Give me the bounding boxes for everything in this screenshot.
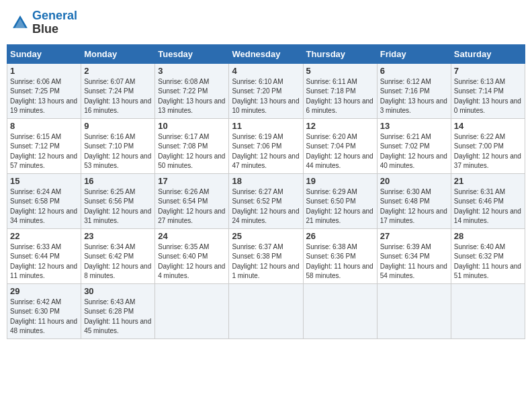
calendar-cell: 29 Sunrise: 6:42 AMSunset: 6:30 PMDaylig… bbox=[7, 283, 81, 338]
day-number: 30 bbox=[84, 286, 152, 296]
calendar-cell: 21 Sunrise: 6:31 AMSunset: 6:46 PMDaylig… bbox=[451, 173, 525, 228]
weekday-header-friday: Friday bbox=[377, 44, 451, 63]
day-number: 17 bbox=[158, 176, 226, 186]
day-number: 24 bbox=[158, 231, 226, 241]
calendar-cell: 22 Sunrise: 6:33 AMSunset: 6:44 PMDaylig… bbox=[7, 228, 81, 283]
day-number: 20 bbox=[380, 176, 448, 186]
calendar-cell: 25 Sunrise: 6:37 AMSunset: 6:38 PMDaylig… bbox=[229, 228, 303, 283]
calendar-table: SundayMondayTuesdayWednesdayThursdayFrid… bbox=[7, 44, 525, 339]
calendar-cell: 12 Sunrise: 6:20 AMSunset: 7:04 PMDaylig… bbox=[303, 118, 377, 173]
calendar-cell: 28 Sunrise: 6:40 AMSunset: 6:32 PMDaylig… bbox=[451, 228, 525, 283]
calendar-cell: 6 Sunrise: 6:12 AMSunset: 7:16 PMDayligh… bbox=[377, 63, 451, 118]
calendar-cell: 27 Sunrise: 6:39 AMSunset: 6:34 PMDaylig… bbox=[377, 228, 451, 283]
day-number: 18 bbox=[232, 176, 300, 186]
day-detail: Sunrise: 6:10 AMSunset: 7:20 PMDaylight:… bbox=[232, 78, 299, 115]
calendar-cell: 30 Sunrise: 6:43 AMSunset: 6:28 PMDaylig… bbox=[81, 283, 155, 338]
calendar-cell: 1 Sunrise: 6:06 AMSunset: 7:25 PMDayligh… bbox=[7, 63, 81, 118]
day-number: 16 bbox=[84, 176, 152, 186]
day-detail: Sunrise: 6:15 AMSunset: 7:12 PMDaylight:… bbox=[10, 133, 77, 170]
day-number: 10 bbox=[158, 121, 226, 131]
day-number: 25 bbox=[232, 231, 300, 241]
day-number: 28 bbox=[454, 231, 522, 241]
calendar-cell: 8 Sunrise: 6:15 AMSunset: 7:12 PMDayligh… bbox=[7, 118, 81, 173]
day-number: 26 bbox=[306, 231, 374, 241]
calendar-cell: 3 Sunrise: 6:08 AMSunset: 7:22 PMDayligh… bbox=[155, 63, 229, 118]
calendar-cell: 2 Sunrise: 6:07 AMSunset: 7:24 PMDayligh… bbox=[81, 63, 155, 118]
page-header: GeneralBlue bbox=[7, 7, 525, 39]
day-number: 1 bbox=[10, 66, 78, 76]
calendar-cell: 15 Sunrise: 6:24 AMSunset: 6:58 PMDaylig… bbox=[7, 173, 81, 228]
day-detail: Sunrise: 6:34 AMSunset: 6:42 PMDaylight:… bbox=[84, 243, 151, 280]
day-detail: Sunrise: 6:17 AMSunset: 7:08 PMDaylight:… bbox=[158, 133, 225, 170]
day-number: 22 bbox=[10, 231, 78, 241]
day-detail: Sunrise: 6:25 AMSunset: 6:56 PMDaylight:… bbox=[84, 188, 151, 225]
day-number: 2 bbox=[84, 66, 152, 76]
day-detail: Sunrise: 6:20 AMSunset: 7:04 PMDaylight:… bbox=[306, 133, 373, 170]
day-number: 5 bbox=[306, 66, 374, 76]
calendar-cell: 4 Sunrise: 6:10 AMSunset: 7:20 PMDayligh… bbox=[229, 63, 303, 118]
calendar-cell: 7 Sunrise: 6:13 AMSunset: 7:14 PMDayligh… bbox=[451, 63, 525, 118]
day-detail: Sunrise: 6:31 AMSunset: 6:46 PMDaylight:… bbox=[454, 188, 521, 225]
day-detail: Sunrise: 6:07 AMSunset: 7:24 PMDaylight:… bbox=[84, 78, 151, 115]
day-number: 15 bbox=[10, 176, 78, 186]
day-detail: Sunrise: 6:26 AMSunset: 6:54 PMDaylight:… bbox=[158, 188, 225, 225]
day-number: 23 bbox=[84, 231, 152, 241]
day-number: 11 bbox=[232, 121, 300, 131]
day-number: 4 bbox=[232, 66, 300, 76]
day-detail: Sunrise: 6:16 AMSunset: 7:10 PMDaylight:… bbox=[84, 133, 151, 170]
day-number: 21 bbox=[454, 176, 522, 186]
calendar-cell: 19 Sunrise: 6:29 AMSunset: 6:50 PMDaylig… bbox=[303, 173, 377, 228]
day-detail: Sunrise: 6:37 AMSunset: 6:38 PMDaylight:… bbox=[232, 243, 299, 280]
calendar-cell bbox=[303, 283, 377, 338]
day-detail: Sunrise: 6:35 AMSunset: 6:40 PMDaylight:… bbox=[158, 243, 225, 280]
day-number: 19 bbox=[306, 176, 374, 186]
calendar-cell: 26 Sunrise: 6:38 AMSunset: 6:36 PMDaylig… bbox=[303, 228, 377, 283]
calendar-cell: 20 Sunrise: 6:30 AMSunset: 6:48 PMDaylig… bbox=[377, 173, 451, 228]
day-detail: Sunrise: 6:40 AMSunset: 6:32 PMDaylight:… bbox=[454, 243, 521, 280]
logo-text: GeneralBlue bbox=[32, 9, 77, 36]
day-number: 7 bbox=[454, 66, 522, 76]
day-detail: Sunrise: 6:13 AMSunset: 7:14 PMDaylight:… bbox=[454, 78, 521, 115]
day-detail: Sunrise: 6:06 AMSunset: 7:25 PMDaylight:… bbox=[10, 78, 77, 115]
day-number: 29 bbox=[10, 286, 78, 296]
calendar-cell bbox=[377, 283, 451, 338]
day-detail: Sunrise: 6:43 AMSunset: 6:28 PMDaylight:… bbox=[84, 298, 151, 335]
calendar-cell: 18 Sunrise: 6:27 AMSunset: 6:52 PMDaylig… bbox=[229, 173, 303, 228]
day-number: 9 bbox=[84, 121, 152, 131]
calendar-cell: 23 Sunrise: 6:34 AMSunset: 6:42 PMDaylig… bbox=[81, 228, 155, 283]
weekday-header-monday: Monday bbox=[81, 44, 155, 63]
day-detail: Sunrise: 6:29 AMSunset: 6:50 PMDaylight:… bbox=[306, 188, 373, 225]
day-detail: Sunrise: 6:24 AMSunset: 6:58 PMDaylight:… bbox=[10, 188, 77, 225]
calendar-cell: 10 Sunrise: 6:17 AMSunset: 7:08 PMDaylig… bbox=[155, 118, 229, 173]
calendar-cell: 24 Sunrise: 6:35 AMSunset: 6:40 PMDaylig… bbox=[155, 228, 229, 283]
day-number: 12 bbox=[306, 121, 374, 131]
calendar-cell: 16 Sunrise: 6:25 AMSunset: 6:56 PMDaylig… bbox=[81, 173, 155, 228]
logo-icon bbox=[11, 13, 30, 32]
weekday-header-tuesday: Tuesday bbox=[155, 44, 229, 63]
day-number: 6 bbox=[380, 66, 448, 76]
day-detail: Sunrise: 6:08 AMSunset: 7:22 PMDaylight:… bbox=[158, 78, 225, 115]
day-detail: Sunrise: 6:42 AMSunset: 6:30 PMDaylight:… bbox=[10, 298, 77, 335]
logo: GeneralBlue bbox=[11, 9, 77, 36]
weekday-header-thursday: Thursday bbox=[303, 44, 377, 63]
calendar-cell: 17 Sunrise: 6:26 AMSunset: 6:54 PMDaylig… bbox=[155, 173, 229, 228]
day-detail: Sunrise: 6:22 AMSunset: 7:00 PMDaylight:… bbox=[454, 133, 521, 170]
day-detail: Sunrise: 6:27 AMSunset: 6:52 PMDaylight:… bbox=[232, 188, 299, 225]
day-number: 3 bbox=[158, 66, 226, 76]
calendar-cell bbox=[155, 283, 229, 338]
day-detail: Sunrise: 6:39 AMSunset: 6:34 PMDaylight:… bbox=[380, 243, 447, 280]
weekday-header-saturday: Saturday bbox=[451, 44, 525, 63]
calendar-cell: 11 Sunrise: 6:19 AMSunset: 7:06 PMDaylig… bbox=[229, 118, 303, 173]
day-detail: Sunrise: 6:21 AMSunset: 7:02 PMDaylight:… bbox=[380, 133, 447, 170]
calendar-cell: 5 Sunrise: 6:11 AMSunset: 7:18 PMDayligh… bbox=[303, 63, 377, 118]
day-detail: Sunrise: 6:38 AMSunset: 6:36 PMDaylight:… bbox=[306, 243, 373, 280]
calendar-cell bbox=[451, 283, 525, 338]
day-number: 14 bbox=[454, 121, 522, 131]
calendar-cell: 14 Sunrise: 6:22 AMSunset: 7:00 PMDaylig… bbox=[451, 118, 525, 173]
calendar-cell: 9 Sunrise: 6:16 AMSunset: 7:10 PMDayligh… bbox=[81, 118, 155, 173]
day-detail: Sunrise: 6:30 AMSunset: 6:48 PMDaylight:… bbox=[380, 188, 447, 225]
day-detail: Sunrise: 6:33 AMSunset: 6:44 PMDaylight:… bbox=[10, 243, 77, 280]
weekday-header-sunday: Sunday bbox=[7, 44, 81, 63]
day-number: 8 bbox=[10, 121, 78, 131]
calendar-cell: 13 Sunrise: 6:21 AMSunset: 7:02 PMDaylig… bbox=[377, 118, 451, 173]
